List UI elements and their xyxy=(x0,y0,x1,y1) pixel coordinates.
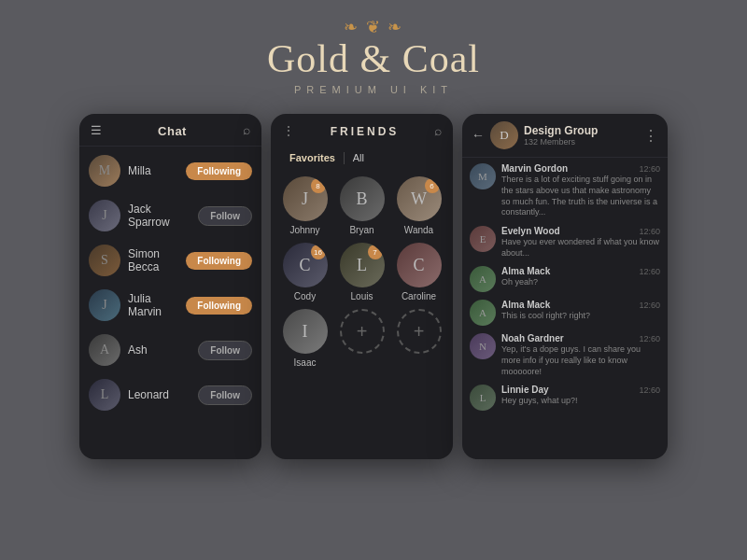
chat-list: MMillaFollowingJJack SparrowFollowSSimon… xyxy=(79,147,261,419)
friend-avatar: I xyxy=(283,309,328,354)
page-header: ❧ ❦ ❧ Gold & Coal PREMIUM UI KIT xyxy=(267,0,480,105)
friends-phone: ⋮ FRIENDS ⌕ Favorites | All J8JohnnyBBry… xyxy=(271,114,453,459)
message-sender: Evelyn Wood xyxy=(501,226,560,236)
follow-button[interactable]: Follow xyxy=(198,341,252,360)
following-button[interactable]: Following xyxy=(186,252,252,270)
message-sender: Alma Mack xyxy=(501,300,550,310)
message-text: There is a lot of exciting stuff going o… xyxy=(501,175,660,218)
friends-search-icon[interactable]: ⌕ xyxy=(434,124,442,139)
message-content: Alma Mack12:60This is cool right? right? xyxy=(501,300,660,322)
chat-phone: ☰ Chat ⌕ MMillaFollowingJJack SparrowFol… xyxy=(79,114,261,459)
chat-contact-name: Jack Sparrow xyxy=(128,203,190,229)
message-item: AAlma Mack12:60This is cool right? right… xyxy=(470,300,660,326)
more-options-icon[interactable]: ⋮ xyxy=(643,127,658,145)
messages-list: MMarvin Gordon12:60There is a lot of exc… xyxy=(462,158,668,424)
friends-grid: J8JohnnyBBryanW6WandaC16CodyL7LouisCCaro… xyxy=(271,173,453,371)
message-avatar: A xyxy=(470,266,496,292)
friend-item[interactable]: + xyxy=(394,309,444,368)
avatar: J xyxy=(89,289,120,321)
message-avatar: N xyxy=(470,333,496,359)
following-button[interactable]: Following xyxy=(186,162,252,180)
message-item: EEvelyn Wood12:60Have you ever wondered … xyxy=(470,226,660,259)
hamburger-icon[interactable]: ☰ xyxy=(91,123,102,138)
friend-avatar: C16 xyxy=(283,243,328,287)
message-text: Oh yeah? xyxy=(501,277,660,288)
friend-item[interactable]: J8Johnny xyxy=(280,176,330,235)
friend-name: Bryan xyxy=(349,225,374,235)
following-button[interactable]: Following xyxy=(186,297,252,315)
chat-contact-name: Julia Marvin xyxy=(128,292,178,318)
follow-button[interactable]: Follow xyxy=(198,206,252,226)
message-item: AAlma Mack12:60Oh yeah? xyxy=(470,266,660,292)
friends-phone-header: ⋮ FRIENDS ⌕ xyxy=(271,114,453,147)
add-friend-button[interactable]: + xyxy=(340,309,385,354)
group-avatar: D xyxy=(490,121,518,149)
friends-filter-icon[interactable]: ⋮ xyxy=(282,123,295,139)
notification-badge: 6 xyxy=(425,178,440,193)
avatar: A xyxy=(89,334,120,366)
friend-avatar: B xyxy=(340,176,385,221)
friend-item[interactable]: C16Cody xyxy=(280,243,330,301)
friend-item[interactable]: CCaroline xyxy=(394,243,444,301)
message-text: Hey guys, what up?! xyxy=(501,396,660,407)
friend-item[interactable]: W6Wanda xyxy=(394,176,444,235)
friend-item[interactable]: + xyxy=(337,309,387,368)
chat-item: SSimon BeccaFollowing xyxy=(79,238,261,283)
chat-phone-header: ☰ Chat ⌕ xyxy=(79,114,261,147)
message-time: 12:60 xyxy=(639,334,660,343)
message-sender: Noah Gardner xyxy=(501,333,564,343)
add-friend-button[interactable]: + xyxy=(397,309,442,354)
friend-item[interactable]: BBryan xyxy=(337,176,387,235)
avatar: M xyxy=(89,155,120,187)
message-content: Linnie Day12:60Hey guys, what up?! xyxy=(501,385,660,407)
message-time: 12:60 xyxy=(639,301,660,310)
chat-contact-name: Milla xyxy=(128,164,178,177)
group-phone: ← D Design Group 132 Members ⋮ MMarvin G… xyxy=(462,114,668,459)
message-item: NNoah Gardner12:60Yep, it's a dope guys.… xyxy=(470,333,660,377)
message-time: 12:60 xyxy=(639,385,660,395)
tab-favorites[interactable]: Favorites xyxy=(282,150,343,165)
message-text: Have you ever wondered if what you know … xyxy=(501,237,660,259)
chat-item: JJulia MarvinFollowing xyxy=(79,283,261,328)
follow-button[interactable]: Follow xyxy=(198,385,252,405)
message-avatar: M xyxy=(470,163,496,189)
phones-container: ☰ Chat ⌕ MMillaFollowingJJack SparrowFol… xyxy=(79,114,668,459)
notification-badge: 7 xyxy=(368,245,383,259)
tab-all[interactable]: All xyxy=(345,150,372,165)
chat-search-icon[interactable]: ⌕ xyxy=(243,123,250,138)
message-text: Yep, it's a dope guys. I can share you m… xyxy=(501,344,660,377)
message-content: Alma Mack12:60Oh yeah? xyxy=(501,266,660,288)
group-phone-header: ← D Design Group 132 Members ⋮ xyxy=(462,114,668,158)
message-time: 12:60 xyxy=(639,164,660,174)
message-time: 12:60 xyxy=(639,227,660,236)
message-sender: Linnie Day xyxy=(501,385,549,395)
main-title: Gold & Coal xyxy=(267,37,480,80)
group-info: Design Group 132 Members xyxy=(524,124,638,147)
group-name: Design Group xyxy=(524,124,638,137)
notification-badge: 8 xyxy=(311,178,326,193)
message-content: Noah Gardner12:60Yep, it's a dope guys. … xyxy=(501,333,660,377)
friend-item[interactable]: IIsaac xyxy=(280,309,330,368)
message-time: 12:60 xyxy=(639,267,660,276)
chat-item: LLeonardFollow xyxy=(79,372,261,417)
chat-title: Chat xyxy=(158,124,187,138)
avatar: L xyxy=(89,379,120,411)
chat-contact-name: Simon Becca xyxy=(128,247,178,273)
message-sender: Alma Mack xyxy=(501,266,550,276)
friend-item[interactable]: L7Louis xyxy=(337,243,387,301)
back-arrow-icon[interactable]: ← xyxy=(472,128,485,143)
friend-name: Louis xyxy=(351,291,374,301)
friend-avatar: J8 xyxy=(283,176,328,221)
friend-name: Wanda xyxy=(404,225,433,235)
friends-title: FRIENDS xyxy=(331,125,400,138)
friend-name: Isaac xyxy=(294,357,317,368)
message-avatar: A xyxy=(470,300,496,326)
message-top: Marvin Gordon12:60 xyxy=(501,163,660,174)
message-item: MMarvin Gordon12:60There is a lot of exc… xyxy=(470,163,660,218)
message-top: Noah Gardner12:60 xyxy=(501,333,660,343)
friend-avatar: C xyxy=(397,243,442,287)
friend-avatar: W6 xyxy=(397,176,442,221)
friend-name: Johnny xyxy=(289,225,319,235)
message-text: This is cool right? right? xyxy=(501,311,660,322)
message-sender: Marvin Gordon xyxy=(501,163,568,174)
